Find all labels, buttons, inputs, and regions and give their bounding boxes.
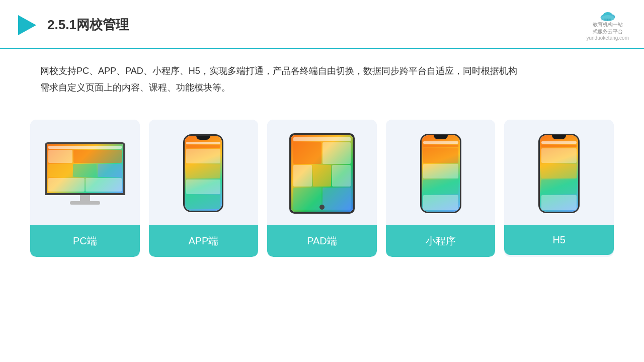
card-pc: PC端 [30,120,140,257]
monitor-neck [80,195,90,201]
logo-domain: yunduoketang.com [586,35,629,41]
phone-notch [196,136,210,140]
card-pc-image [30,120,140,225]
card-pad-image [267,120,377,225]
description-line2: 需求自定义页面上的内容、课程、功能模块等。 [40,79,604,96]
mock-phone-mini [420,134,461,213]
card-h5: H5 [504,120,614,257]
svg-text:云朵课堂: 云朵课堂 [601,18,611,21]
phone-screen [185,136,222,211]
cards-container: PC端 APP端 [0,110,644,267]
cloud-icon: 云朵课堂 [599,9,617,21]
card-pad: PAD端 [267,120,377,257]
phone-screen-mini [422,135,460,212]
page-title: 2.5.1网校管理 [47,16,129,34]
card-pad-label: PAD端 [267,225,377,257]
tablet-screen [291,135,353,212]
card-app-image [149,120,259,225]
header-left: 2.5.1网校管理 [15,13,129,37]
svg-marker-0 [18,15,36,35]
card-h5-label: H5 [504,225,614,255]
logo-area: 云朵课堂 教育机构一站 式服务云平台 yunduoketang.com [586,9,629,41]
phone-screen-h5 [540,135,578,212]
phone-notch-h5 [552,135,566,139]
mock-phone-app [183,134,223,212]
play-icon [15,13,39,37]
card-app-label: APP端 [149,225,259,257]
header: 2.5.1网校管理 云朵课堂 教育机构一站 式服务云平台 yunduoketan… [0,0,644,49]
monitor-base [70,201,100,205]
logo-tagline: 教育机构一站 式服务云平台 [593,21,623,35]
monitor-screen [47,144,123,193]
monitor-body [45,142,125,195]
card-miniprogram-image [386,120,496,225]
mock-phone-h5 [538,134,580,213]
card-app: APP端 [149,120,259,257]
tablet-home-button [319,205,325,210]
card-miniprogram-label: 小程序 [386,225,496,257]
phone-notch-mini [434,135,448,139]
card-miniprogram: 小程序 [386,120,496,257]
logo-cloud: 云朵课堂 [599,9,617,21]
card-pc-label: PC端 [30,225,140,257]
description-area: 网校支持PC、APP、PAD、小程序、H5，实现多端打通，产品各终端自由切换，数… [0,49,644,105]
description-line1: 网校支持PC、APP、PAD、小程序、H5，实现多端打通，产品各终端自由切换，数… [40,63,604,79]
card-h5-image [504,120,614,225]
mock-pc [45,142,125,205]
mock-tablet [289,133,355,214]
